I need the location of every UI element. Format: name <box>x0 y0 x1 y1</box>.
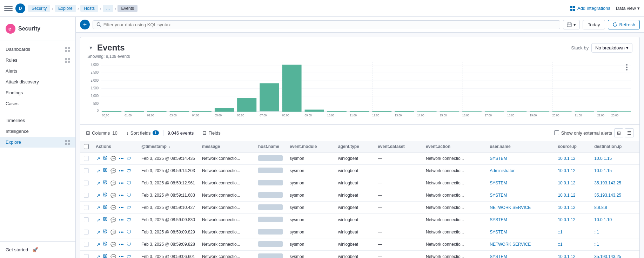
sidebar-item-intelligence[interactable]: Intelligence <box>0 126 75 137</box>
chat-button[interactable]: 💬 <box>110 253 117 258</box>
breadcrumb-events[interactable]: Events <box>118 5 137 12</box>
chat-button[interactable]: 💬 <box>110 217 117 223</box>
cell-agent-type: winlogbeat <box>335 251 374 258</box>
kql-filter-input[interactable] <box>103 22 556 27</box>
chart-options-button[interactable] <box>623 63 631 72</box>
cell-message: Network connectio... <box>199 189 255 202</box>
breadcrumb-security[interactable]: Security <box>28 5 50 12</box>
expand-button[interactable]: ↗ <box>96 204 101 211</box>
grid-view-button[interactable]: ⊞ <box>614 128 623 137</box>
fields-button[interactable]: ⊟ Fields <box>202 130 221 136</box>
chat-button[interactable]: 💬 <box>110 229 117 236</box>
investigate-button[interactable] <box>102 155 108 162</box>
expand-button[interactable]: ↗ <box>96 241 101 248</box>
svg-line-124 <box>106 242 107 243</box>
expand-button[interactable]: ↗ <box>96 217 101 223</box>
more-button[interactable]: ••• <box>118 155 125 162</box>
chat-button[interactable]: 💬 <box>110 204 117 211</box>
row-select-checkbox[interactable] <box>84 156 89 161</box>
more-button[interactable]: ••• <box>118 180 125 186</box>
cell-source-ip: 10.0.1.12 <box>554 177 591 189</box>
investigate-button[interactable] <box>102 204 108 211</box>
row-actions: ↗ 💬 ••• 🛡 <box>96 155 134 162</box>
cell-agent-type: winlogbeat <box>335 189 374 202</box>
external-alerts-checkbox[interactable] <box>554 130 559 135</box>
columns-button[interactable]: ⊞ Columns 10 <box>86 130 118 136</box>
chat-button[interactable]: 💬 <box>110 180 117 186</box>
breadcrumb-hosts[interactable]: Hosts <box>80 5 98 12</box>
expand-button[interactable]: ↗ <box>96 180 101 186</box>
svg-text:21:00: 21:00 <box>575 114 582 117</box>
more-button[interactable]: ••• <box>118 229 125 236</box>
svg-text:17:00: 17:00 <box>485 114 492 117</box>
chat-button[interactable]: 💬 <box>110 192 117 199</box>
breadcrumb-explore[interactable]: Explore <box>55 5 76 12</box>
expand-button[interactable]: ↗ <box>96 192 101 199</box>
hamburger-menu[interactable] <box>4 4 13 13</box>
expand-button[interactable]: ↗ <box>96 155 101 162</box>
investigate-button[interactable] <box>102 241 108 248</box>
sort-fields-button[interactable]: ↓ Sort fields 1 <box>126 130 159 136</box>
sidebar-item-dashboards[interactable]: Dashboards <box>0 44 75 55</box>
row-select-checkbox[interactable] <box>84 254 89 258</box>
row-select-checkbox[interactable] <box>84 193 89 198</box>
investigate-button[interactable] <box>102 253 108 258</box>
select-all-checkbox[interactable] <box>84 144 89 149</box>
refresh-button[interactable]: Refresh <box>608 20 640 29</box>
events-table: Actions @timestamp ↓ message <box>80 141 639 258</box>
investigate-button[interactable] <box>102 216 108 223</box>
today-button[interactable]: Today <box>583 20 605 29</box>
stack-by-label: Stack by <box>571 45 589 50</box>
row-select-checkbox[interactable] <box>84 168 89 173</box>
investigate-button[interactable] <box>102 167 108 174</box>
sidebar-item-explore[interactable]: Explore <box>0 137 75 148</box>
add-integrations-btn[interactable]: Add integrations <box>570 6 610 11</box>
chat-button[interactable]: 💬 <box>110 155 117 162</box>
svg-rect-31 <box>215 108 234 112</box>
svg-line-83 <box>103 159 104 159</box>
sidebar-item-rules[interactable]: Rules <box>0 55 75 66</box>
investigate-button[interactable] <box>102 192 108 199</box>
row-select-checkbox[interactable] <box>84 242 89 247</box>
investigate-button[interactable] <box>102 179 108 186</box>
sidebar-item-findings[interactable]: Findings <box>0 87 75 98</box>
expand-button[interactable]: ↗ <box>96 229 101 236</box>
more-button[interactable]: ••• <box>118 168 125 174</box>
events-title: Events <box>97 43 125 53</box>
list-view-button[interactable]: ☰ <box>625 128 634 137</box>
row-select-checkbox[interactable] <box>84 230 89 235</box>
data-view-btn[interactable]: Data view ▾ <box>616 6 640 11</box>
sidebar-item-timelines[interactable]: Timelines <box>0 115 75 126</box>
more-button[interactable]: ••• <box>118 204 125 211</box>
stack-by-dropdown[interactable]: No breakdown ▾ <box>591 43 632 53</box>
expand-button[interactable]: ↗ <box>96 253 101 258</box>
row-select-checkbox[interactable] <box>84 217 89 222</box>
row-select-checkbox[interactable] <box>84 181 89 185</box>
chat-button[interactable]: 💬 <box>110 241 117 248</box>
breadcrumb-ellipsis[interactable]: ... <box>103 5 113 12</box>
row-select-checkbox[interactable] <box>84 205 89 210</box>
sidebar-bottom[interactable]: Get started 🚀 <box>0 244 75 255</box>
chat-button[interactable]: 💬 <box>110 168 117 174</box>
more-button[interactable]: ••• <box>118 217 125 223</box>
sidebar-item-alerts[interactable]: Alerts <box>0 66 75 76</box>
svg-rect-40 <box>417 111 436 112</box>
sidebar-item-attack-discovery[interactable]: Attack discovery <box>0 76 75 87</box>
th-timestamp[interactable]: @timestamp ↓ <box>138 141 199 152</box>
row-actions: ↗ 💬 ••• 🛡 <box>96 179 134 186</box>
sidebar-item-cases[interactable]: Cases <box>0 98 75 109</box>
filter-input-wrap[interactable] <box>93 20 560 29</box>
expand-button[interactable]: ↗ <box>96 168 101 174</box>
cell-source-ip: 10.0.1.12 <box>554 251 591 258</box>
more-button[interactable]: ••• <box>118 241 125 248</box>
cell-user-name: SYSTEM <box>486 177 554 189</box>
date-picker-button[interactable]: ▾ <box>563 20 580 29</box>
investigate-button[interactable] <box>102 229 108 236</box>
more-button[interactable]: ••• <box>118 253 125 258</box>
sidebar-divider-bottom <box>0 241 75 242</box>
row-actions: ↗ 💬 ••• 🛡 <box>96 253 134 258</box>
filter-add-button[interactable]: + <box>80 20 90 29</box>
collapse-button[interactable]: ▼ <box>87 44 94 51</box>
svg-line-126 <box>106 245 107 245</box>
more-button[interactable]: ••• <box>118 192 125 199</box>
